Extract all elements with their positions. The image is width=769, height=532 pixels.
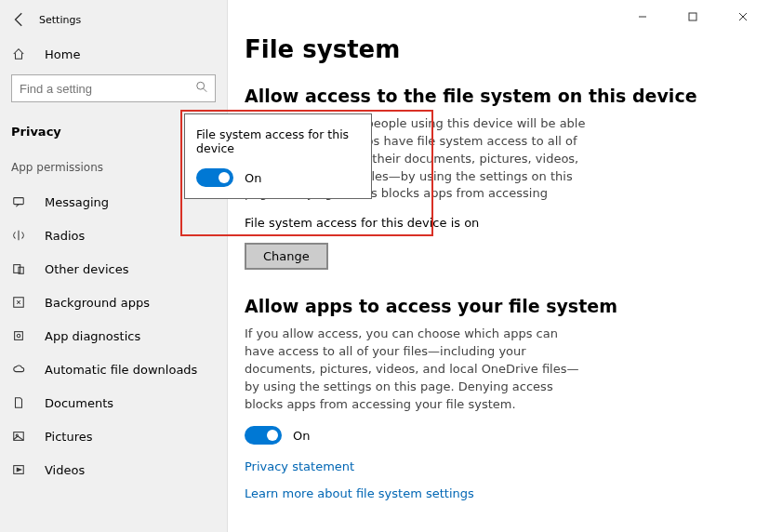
toggle-state: On xyxy=(245,171,261,185)
sidebar-item-label: Documents xyxy=(45,396,113,410)
search-input[interactable] xyxy=(11,74,216,102)
sidebar-item-label: Videos xyxy=(45,463,85,477)
toggle-state: On xyxy=(293,429,310,443)
sidebar-item-label: Messaging xyxy=(45,195,109,209)
svg-point-0 xyxy=(197,82,205,89)
svg-rect-1 xyxy=(14,198,24,205)
sidebar-item-label: Background apps xyxy=(45,296,150,310)
svg-point-6 xyxy=(17,334,20,338)
section-app-access: Allow apps to access your file system If… xyxy=(245,296,752,513)
diagnostics-icon xyxy=(11,328,26,343)
status-line: File system access for this device is on xyxy=(245,216,752,230)
sidebar-item-label: App diagnostics xyxy=(45,329,140,343)
learn-link[interactable]: Learn more about file system settings xyxy=(245,486,474,500)
videos-icon xyxy=(11,462,26,477)
titlebar: Settings xyxy=(0,7,227,37)
radios-icon xyxy=(11,228,26,243)
app-access-toggle[interactable] xyxy=(245,426,282,445)
svg-rect-5 xyxy=(15,332,23,340)
sidebar-item-documents[interactable]: Documents xyxy=(0,386,227,419)
sidebar: Settings Home Privacy App permissions Me… xyxy=(0,0,228,532)
close-button[interactable] xyxy=(726,6,760,28)
device-access-toggle[interactable] xyxy=(196,168,233,187)
popup-title: File system access for this device xyxy=(196,127,360,155)
privacy-link[interactable]: Privacy statement xyxy=(245,459,354,473)
svg-rect-2 xyxy=(14,265,20,273)
background-icon xyxy=(11,295,26,310)
sidebar-item-label: Radios xyxy=(45,229,85,243)
window-caption xyxy=(626,6,760,28)
change-button[interactable]: Change xyxy=(245,243,328,270)
sidebar-item-label: Other devices xyxy=(45,262,129,276)
svg-rect-10 xyxy=(689,13,696,20)
sidebar-item-downloads[interactable]: Automatic file downloads xyxy=(0,352,227,386)
sidebar-home[interactable]: Home xyxy=(0,37,227,71)
sidebar-item-radios[interactable]: Radios xyxy=(0,219,227,252)
sidebar-item-other-devices[interactable]: Other devices xyxy=(0,252,227,286)
section-heading: Allow access to the file system on this … xyxy=(245,86,752,106)
device-access-popup: File system access for this device On xyxy=(184,113,372,199)
messaging-icon xyxy=(11,194,26,209)
sidebar-item-label: Automatic file downloads xyxy=(45,363,197,377)
home-label: Home xyxy=(45,47,80,61)
sidebar-item-videos[interactable]: Videos xyxy=(0,453,227,486)
other-devices-icon xyxy=(11,261,26,276)
document-icon xyxy=(11,395,26,410)
pictures-icon xyxy=(11,429,26,444)
minimize-button[interactable] xyxy=(626,6,659,28)
maximize-button[interactable] xyxy=(676,6,709,28)
sidebar-item-diagnostics[interactable]: App diagnostics xyxy=(0,319,227,352)
page-title: File system xyxy=(245,35,752,63)
sidebar-item-label: Pictures xyxy=(45,430,92,444)
cloud-icon xyxy=(11,362,26,377)
search-icon xyxy=(195,81,208,97)
section-desc: If you allow access, you can choose whic… xyxy=(245,326,589,413)
home-icon xyxy=(11,47,26,61)
app-title: Settings xyxy=(39,14,81,26)
back-button[interactable] xyxy=(11,11,28,28)
section-heading: Allow apps to access your file system xyxy=(245,296,752,316)
sidebar-item-pictures[interactable]: Pictures xyxy=(0,419,227,453)
sidebar-item-background[interactable]: Background apps xyxy=(0,286,227,319)
main-content: File system Allow access to the file sys… xyxy=(228,0,769,532)
